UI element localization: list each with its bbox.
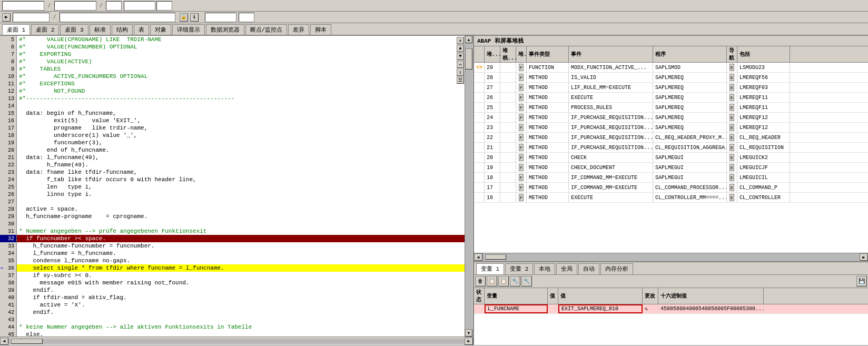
abap-row-6[interactable]: 23FMETHODIF_PURCHASE_REQUISITION...SAPLM… (474, 123, 868, 133)
tab-数据浏览器[interactable]: 数据浏览器 (206, 24, 244, 35)
code-line-41[interactable]: active = 'X'. (17, 301, 465, 309)
sy-tabix-value[interactable]: 1 (239, 13, 254, 22)
code-line-40[interactable]: if tfdir-mand = aktiv_flag. (17, 294, 465, 301)
var-tab-本地[interactable]: 本地 (534, 263, 555, 274)
code-line-20[interactable]: end of h_funcname. (17, 146, 465, 154)
lock-icon[interactable]: 🔒 (180, 13, 188, 22)
abap-row-12[interactable]: 17FMETHODIF_COMMAND_MM~EXECUTECL_COMMAND… (474, 183, 868, 193)
abap-table[interactable]: 堆... 堆栈... 堆. 事件类型 事件 程序 导航 包括 =>29FFUNC… (474, 46, 868, 253)
abap-row-7[interactable]: 22FMETHODIF_PURCHASE_REQUISITION...CL_RE… (474, 133, 868, 143)
sy-subrc-value[interactable]: 0 (156, 1, 172, 11)
var-icon-tool1[interactable]: 🔧 (510, 276, 520, 286)
code-line-31[interactable]: * Nummer angegeben --> prüfe angegebenen… (17, 228, 465, 235)
vscroll-down[interactable]: ▼ (465, 329, 472, 337)
hscroll-track[interactable] (8, 339, 465, 344)
code-line-5[interactable]: #* VALUE(CPROGNAME) LIKE TRDIR-NAME (17, 36, 465, 43)
tab-结构[interactable]: 结构 (112, 24, 133, 35)
tab-差异[interactable]: 差异 (288, 24, 309, 35)
code-line-14[interactable] (17, 102, 465, 110)
abap-row-2[interactable]: 27FMETHODLIF_RULE_MM~EXECUTESAPLMEREQELM… (474, 83, 868, 93)
code-line-11[interactable]: #* EXCEPTIONS (17, 80, 465, 87)
nav-icon3[interactable]: ☰ (457, 76, 464, 84)
var-tab-内存分析[interactable]: 内存分析 (600, 263, 633, 274)
var-icon-paste[interactable]: 📋 (498, 276, 509, 286)
nav-icon2[interactable]: ⇕ (457, 68, 464, 76)
function-name-input[interactable]: MODX_FUNCTION_ACTIVE_CHECK (60, 13, 175, 22)
var-tab-自动[interactable]: 自动 (578, 263, 599, 274)
code-line-34[interactable]: l_funcname = h_funcname. (17, 250, 465, 257)
hscroll-left[interactable]: ◀ (0, 338, 8, 345)
tab-详细显示[interactable]: 详细显示 (172, 24, 205, 35)
code-line-45[interactable]: else. (17, 331, 465, 337)
code-line-32[interactable]: if funcnumber >< space. (17, 235, 465, 242)
sy-tabix-input[interactable]: SY-TABIX (205, 13, 236, 22)
code-line-27[interactable] (17, 198, 465, 205)
tab-表[interactable]: 表 (134, 24, 149, 35)
close-btn[interactable]: ✕ (457, 37, 464, 44)
code-line-44[interactable]: * keine Nummer angegeben --> alle aktive… (17, 323, 465, 331)
tab-桌面 3[interactable]: 桌面 3 (60, 24, 88, 35)
vscroll-up[interactable]: ▲ (465, 36, 472, 43)
code-line-28[interactable]: active = space. (17, 205, 465, 213)
code-line-25[interactable]: len type i, (17, 183, 465, 191)
tab-断点/监控点[interactable]: 断点/监控点 (245, 24, 288, 35)
code-line-6[interactable]: #* VALUE(FUNCNUMBER) OPTIONAL (17, 43, 465, 51)
abap-row-5[interactable]: 24FMETHODIF_PURCHASE_REQUISITION...SAPLM… (474, 113, 868, 123)
code-line-24[interactable]: f_tab like tfdir occurs 0 with header li… (17, 176, 465, 183)
code-line-10[interactable]: #* ACTIVE_FUNCNUMBERS OPTIONAL (17, 73, 465, 80)
abap-hscroll-right[interactable]: ▶ (860, 253, 868, 261)
tab-桌面 1[interactable]: 桌面 1 (2, 24, 30, 35)
var-change-0[interactable]: ✎ (643, 304, 658, 313)
var-tab-变量 2[interactable]: 变量 2 (505, 263, 533, 274)
code-line-23[interactable]: data: fname like tfdir-funcname, (17, 169, 465, 176)
abap-row-3[interactable]: 26FMETHODEXECUTESAPLMEREQELMEREQF11 (474, 93, 868, 103)
code-line-9[interactable]: #* TABLES (17, 65, 465, 73)
code-line-19[interactable]: funcnumber(3), (17, 139, 465, 146)
code-line-8[interactable]: #* VALUE(ACTIVE) (17, 58, 465, 65)
var-icon-tool2[interactable]: 🔧 (521, 276, 532, 286)
code-line-29[interactable]: h_funcname-progname = cprogname. (17, 213, 465, 220)
code-hscroll[interactable]: ◀ ▶ (0, 337, 473, 345)
code-line-22[interactable]: h_fname(49). (17, 161, 465, 169)
var-row-0[interactable]: L_FUNCNAMEEXIT_SAPLMEREQ_010✎45005800490… (474, 304, 868, 314)
abap-row-4[interactable]: 25FMETHODPROCESS_RULESSAPLMEREQELMEREQF1… (474, 103, 868, 113)
code-line-38[interactable]: message e015 with member raising not_fou… (17, 279, 465, 286)
nav-icon1[interactable]: ⇔ (457, 61, 464, 68)
code-line-13[interactable]: #*--------------------------------------… (17, 95, 465, 102)
abap-hscroll-left[interactable]: ◀ (474, 253, 482, 261)
function-icon[interactable]: ▶ (2, 13, 11, 22)
program-input[interactable]: SAPLSMOD (2, 1, 44, 11)
abap-row-10[interactable]: 19FMETHODCHECK_DOCUMENTSAPLMEGUIELMEGUIC… (474, 163, 868, 173)
code-line-16[interactable]: exit(5) value 'EXIT_', (17, 117, 465, 124)
var-icon-add[interactable]: 🗑 (475, 276, 486, 286)
code-line-33[interactable]: h_funcname-funcnumber = funcnumber. (17, 242, 465, 250)
function-type-input[interactable]: FUNCTION (13, 13, 50, 22)
code-line-42[interactable]: endif. (17, 309, 465, 316)
tab-对象[interactable]: 对象 (150, 24, 171, 35)
abap-row-1[interactable]: 28FMETHODIS_VALIDSAPLMEREQELMEREQF56 (474, 73, 868, 83)
line-input[interactable]: 36 (106, 1, 122, 11)
code-line-30[interactable] (17, 220, 465, 228)
code-line-17[interactable]: progname like trdir-name, (17, 124, 465, 132)
code-line-35[interactable]: condense l_funcname no-gaps. (17, 257, 465, 264)
code-line-18[interactable]: underscore(1) value '_', (17, 132, 465, 139)
code-line-37[interactable]: if sy-subrc >< 0. (17, 272, 465, 279)
var-table[interactable]: 状态 变量 值 值 更改 十六进制值 L_FUNCNAMEEXIT_SAPLME… (474, 288, 868, 345)
var-tab-全局[interactable]: 全局 (556, 263, 577, 274)
code-line-39[interactable]: endif. (17, 286, 465, 294)
info-icon[interactable]: ℹ (190, 13, 199, 22)
scroll-up-btn[interactable]: ▲ (457, 45, 464, 52)
var-icon-copy[interactable]: 📋 (487, 276, 497, 286)
abap-row-11[interactable]: 18FMETHODIF_COMMAND_MM~EXECUTESAPLMEGUIE… (474, 173, 868, 183)
var-icon-save[interactable]: 💾 (856, 276, 867, 286)
vscroll-track[interactable] (465, 43, 472, 329)
tab-标准[interactable]: 标准 (90, 24, 111, 35)
code-line-12[interactable]: #* NOT_FOUND (17, 87, 465, 95)
code-line-7[interactable]: #* EXPORTING (17, 51, 465, 58)
abap-row-9[interactable]: 20FMETHODCHECKSAPLMEGUIELMEGUICK2 (474, 153, 868, 163)
code-line-43[interactable] (17, 316, 465, 323)
code-line-15[interactable]: data: begin of h_funcname, (17, 110, 465, 117)
vscroll-thumb[interactable] (465, 48, 472, 70)
code-line-21[interactable]: data: l_funcname(49), (17, 154, 465, 161)
hscroll-thumb[interactable] (11, 339, 43, 344)
